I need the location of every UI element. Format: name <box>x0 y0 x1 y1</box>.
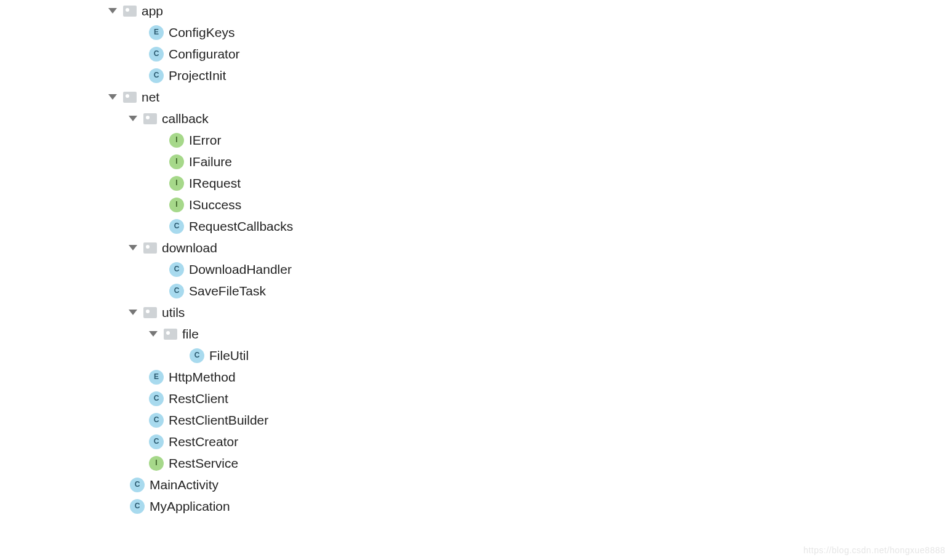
tree-item-label: FileUtil <box>209 345 249 366</box>
package-folder-icon <box>123 6 137 17</box>
tree-item-label: callback <box>162 108 209 129</box>
tree-indent <box>108 355 169 356</box>
class-icon: C <box>130 478 145 492</box>
tree-indent <box>108 463 129 463</box>
tree-item-label: MyApplication <box>150 495 230 517</box>
tree-row[interactable]: CProjectInit <box>108 65 949 86</box>
package-folder-icon <box>164 329 177 340</box>
package-folder-icon <box>123 92 137 103</box>
tree-row[interactable]: CRestClientBuilder <box>108 409 949 431</box>
tree-indent <box>108 334 149 334</box>
class-icon: C <box>149 68 164 83</box>
tree-row[interactable]: IIRequest <box>108 172 949 194</box>
tree-row[interactable]: CFileUtil <box>108 345 949 366</box>
class-icon: C <box>169 284 184 298</box>
interface-icon: I <box>169 133 184 148</box>
tree-row[interactable]: CDownloadHandler <box>108 258 949 280</box>
tree-indent <box>108 118 129 119</box>
tree-item-label: RestClientBuilder <box>169 409 268 431</box>
class-icon: C <box>149 47 164 62</box>
package-folder-icon <box>143 242 157 254</box>
class-icon: C <box>190 348 204 363</box>
enum-icon: E <box>149 25 164 40</box>
tree-item-label: RequestCallbacks <box>189 215 293 237</box>
tree-item-label: SaveFileTask <box>189 280 266 302</box>
tree-item-label: IRequest <box>189 172 241 194</box>
tree-row[interactable]: CRestClient <box>108 388 949 409</box>
tree-row[interactable]: IIError <box>108 129 949 151</box>
tree-indent <box>108 377 129 377</box>
tree-item-label: Configurator <box>169 43 240 65</box>
tree-indent <box>108 183 149 183</box>
tree-row[interactable]: net <box>108 86 949 108</box>
chevron-down-icon[interactable] <box>149 331 158 337</box>
tree-row[interactable]: file <box>108 323 949 345</box>
tree-row[interactable]: CRestCreator <box>108 431 949 452</box>
tree-indent <box>108 420 129 420</box>
tree-indent <box>108 398 129 399</box>
tree-row[interactable]: app <box>108 0 949 22</box>
tree-indent <box>108 312 129 313</box>
tree-indent <box>108 140 149 140</box>
tree-indent <box>108 54 129 54</box>
interface-icon: I <box>169 198 184 212</box>
tree-item-label: DownloadHandler <box>189 258 292 280</box>
tree-row[interactable]: CRequestCallbacks <box>108 215 949 237</box>
tree-indent <box>108 226 149 226</box>
tree-row[interactable]: CMainActivity <box>108 474 949 495</box>
tree-item-label: MainActivity <box>150 474 218 495</box>
class-icon: C <box>149 434 164 449</box>
tree-indent <box>108 75 129 76</box>
class-icon: C <box>130 499 145 514</box>
tree-row[interactable]: utils <box>108 302 949 323</box>
class-icon: C <box>149 413 164 428</box>
interface-icon: I <box>169 154 184 169</box>
tree-indent <box>108 269 149 270</box>
tree-indent <box>108 247 129 248</box>
class-icon: C <box>149 391 164 406</box>
tree-indent <box>108 161 149 162</box>
package-folder-icon <box>143 113 157 124</box>
tree-row[interactable]: IRestService <box>108 452 949 474</box>
tree-row[interactable]: callback <box>108 108 949 129</box>
project-tree: appEConfigKeysCConfiguratorCProjectInitn… <box>0 0 949 517</box>
enum-icon: E <box>149 370 164 385</box>
tree-indent <box>108 441 129 442</box>
chevron-down-icon[interactable] <box>108 8 117 14</box>
tree-indent <box>108 204 149 205</box>
tree-row[interactable]: CMyApplication <box>108 495 949 517</box>
tree-row[interactable]: EHttpMethod <box>108 366 949 388</box>
chevron-down-icon[interactable] <box>129 116 137 121</box>
tree-row[interactable]: CConfigurator <box>108 43 949 65</box>
tree-item-label: file <box>182 323 199 345</box>
chevron-down-icon[interactable] <box>129 245 137 250</box>
chevron-down-icon[interactable] <box>108 94 117 100</box>
tree-item-label: RestService <box>169 452 238 474</box>
tree-item-label: app <box>142 0 163 22</box>
tree-row[interactable]: EConfigKeys <box>108 22 949 43</box>
tree-indent <box>108 32 129 33</box>
tree-item-label: ProjectInit <box>169 65 226 86</box>
interface-icon: I <box>149 456 164 471</box>
tree-row[interactable]: IIFailure <box>108 151 949 172</box>
class-icon: C <box>169 262 184 277</box>
tree-row[interactable]: download <box>108 237 949 258</box>
tree-row[interactable]: CSaveFileTask <box>108 280 949 302</box>
package-folder-icon <box>143 307 157 318</box>
tree-item-label: utils <box>162 302 185 323</box>
tree-item-label: ConfigKeys <box>169 22 234 43</box>
tree-indent <box>108 290 149 291</box>
class-icon: C <box>169 219 184 234</box>
tree-item-label: net <box>142 86 159 108</box>
tree-item-label: IFailure <box>189 151 232 172</box>
interface-icon: I <box>169 176 184 191</box>
tree-item-label: RestClient <box>169 388 228 409</box>
tree-item-label: download <box>162 237 217 258</box>
tree-row[interactable]: IISuccess <box>108 194 949 215</box>
tree-item-label: ISuccess <box>189 194 241 215</box>
chevron-down-icon[interactable] <box>129 310 137 315</box>
tree-item-label: HttpMethod <box>169 366 236 388</box>
tree-item-label: RestCreator <box>169 431 238 452</box>
tree-item-label: IError <box>189 129 222 151</box>
